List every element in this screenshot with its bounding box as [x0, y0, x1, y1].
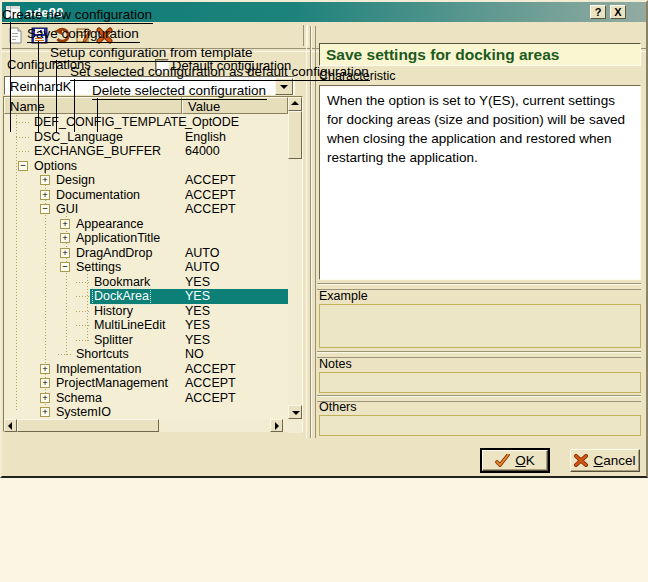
tree-node-value: ACCEPT [185, 173, 236, 187]
new-configuration-button[interactable] [6, 26, 24, 44]
callout-leader-line [74, 79, 75, 132]
expand-icon[interactable]: + [40, 190, 50, 200]
tree-node-value: NO [185, 347, 204, 361]
expand-icon[interactable]: + [60, 233, 70, 243]
tree-vertical-scrollbar[interactable] [288, 97, 302, 433]
tree-node-value: ACCEPT [185, 188, 236, 202]
tree-node-value: YES [185, 304, 210, 318]
section-splitter[interactable] [317, 395, 641, 402]
ok-button[interactable]: OK [482, 450, 548, 471]
tree-guide-line [87, 271, 88, 341]
vertical-scroll-thumb[interactable] [288, 111, 302, 159]
others-text-box[interactable] [319, 415, 641, 436]
tree-row[interactable]: +ImplementationACCEPT [4, 362, 288, 377]
characteristic-text-box[interactable]: When the option is set to Y(ES), current… [319, 85, 641, 280]
tree-row[interactable]: −SettingsAUTO [4, 260, 288, 275]
cancel-button-label: Cancel [593, 453, 635, 468]
tree-connector [76, 340, 91, 341]
callout-leader-line [56, 60, 57, 132]
tree-row[interactable]: ShortcutsNO [4, 347, 288, 362]
tree-node-value: ACCEPT [185, 391, 236, 405]
tree-body: DEF_CONFIG_TEMPLATE_OptODEDSC_LanguageEn… [4, 115, 288, 420]
tree-row[interactable]: +DragAndDropAUTO [4, 246, 288, 261]
expand-icon[interactable]: + [40, 364, 50, 374]
scroll-left-icon[interactable] [4, 419, 17, 432]
callout-label: Create new configuration [2, 7, 153, 24]
tree-node-name: MultiLineEdit [94, 318, 166, 332]
tree-row[interactable]: +Appearance [4, 217, 288, 232]
tree-row[interactable]: +ProjectManagementACCEPT [4, 376, 288, 391]
tree-connector [76, 296, 91, 297]
callout-label: Save configuration [27, 26, 140, 43]
collapse-icon[interactable]: − [40, 204, 50, 214]
tree-row[interactable]: −GUIACCEPT [4, 202, 288, 217]
callout-label: Setup configuration from template [50, 45, 254, 62]
tree-node-name: SystemIO [56, 405, 111, 419]
tree-row[interactable]: SplitterYES [4, 333, 288, 348]
tree-row[interactable]: +ApplicationTitle [4, 231, 288, 246]
panel-splitter[interactable] [311, 26, 316, 438]
expand-icon[interactable]: + [40, 378, 50, 388]
tree-row[interactable]: DSC_LanguageEnglish [4, 130, 288, 145]
tree-node-name: Options [34, 159, 77, 173]
configuration-selected-value: ReinhardK [10, 79, 71, 94]
expand-icon[interactable]: + [40, 393, 50, 403]
notes-text-box[interactable] [319, 372, 641, 393]
horizontal-scroll-thumb[interactable] [17, 419, 159, 432]
tree-node-name: EXCHANGE_BUFFER [34, 144, 161, 158]
tree-row[interactable]: +DocumentationACCEPT [4, 188, 288, 203]
callout-annotation: Save configuration [27, 24, 140, 43]
tree-node-value: English [185, 130, 226, 144]
tree-row[interactable]: DockAreaYES [4, 289, 288, 304]
tree-node-name: History [94, 304, 133, 318]
collapse-icon[interactable]: − [60, 262, 70, 272]
tree-connector [16, 151, 31, 152]
expand-icon[interactable]: + [60, 248, 70, 258]
tree-node-value: ACCEPT [185, 362, 236, 376]
tree-node-value: _OptODE [185, 115, 239, 129]
tree-row[interactable]: MultiLineEditYES [4, 318, 288, 333]
tree-row[interactable]: BookmarkYES [4, 275, 288, 290]
tree-node-name: DSC_Language [34, 130, 123, 144]
scroll-right-icon[interactable] [270, 419, 283, 432]
tree-node-name: Design [56, 173, 95, 187]
close-button[interactable]: X [610, 5, 626, 19]
tree-node-value: AUTO [185, 260, 220, 274]
scroll-down-icon[interactable] [288, 405, 302, 419]
tree-node-value: ACCEPT [185, 376, 236, 390]
callout-label: Delete selected configuration [92, 83, 267, 100]
tree-row[interactable]: +DesignACCEPT [4, 173, 288, 188]
notes-label: Notes [319, 357, 352, 371]
tree-horizontal-scrollbar[interactable] [4, 419, 288, 432]
collapse-icon[interactable]: − [18, 161, 28, 171]
help-button[interactable]: ? [590, 5, 606, 19]
tree-row[interactable]: +SystemIO [4, 405, 288, 420]
expand-icon[interactable]: + [60, 219, 70, 229]
tree-row[interactable]: +SchemaACCEPT [4, 391, 288, 406]
tree-node-name: Implementation [56, 362, 141, 376]
tree-row[interactable]: DEF_CONFIG_TEMPLATE_OptODE [4, 115, 288, 130]
tree-connector [76, 311, 91, 312]
tree-node-value: AUTO [185, 246, 220, 260]
tree-node-name: Splitter [94, 333, 133, 347]
expand-icon[interactable]: + [40, 175, 50, 185]
section-splitter[interactable] [317, 351, 641, 358]
tree-node-name: Settings [76, 260, 121, 274]
screenshot-root: { "colors": { "titlebar_teal": "#0e7b76"… [0, 0, 648, 582]
cancel-button[interactable]: Cancel [570, 449, 640, 472]
callout-leader-line [10, 22, 11, 132]
scroll-up-icon[interactable] [288, 97, 302, 111]
callout-annotation: Create new configuration [2, 5, 153, 24]
tree-guide-line [16, 115, 17, 412]
tree-row[interactable]: −Options [4, 159, 288, 174]
tree-connector [76, 325, 91, 326]
tree-connector [76, 282, 91, 283]
x-icon [574, 454, 588, 467]
ok-button-default-ring: OK [480, 448, 550, 473]
tree-row[interactable]: HistoryYES [4, 304, 288, 319]
tree-row[interactable]: EXCHANGE_BUFFER64000 [4, 144, 288, 159]
example-text-box[interactable] [319, 304, 641, 348]
expand-icon[interactable]: + [40, 407, 50, 417]
callout-label: Set selected configuration as default co… [70, 64, 370, 81]
ok-button-label: OK [515, 453, 535, 468]
